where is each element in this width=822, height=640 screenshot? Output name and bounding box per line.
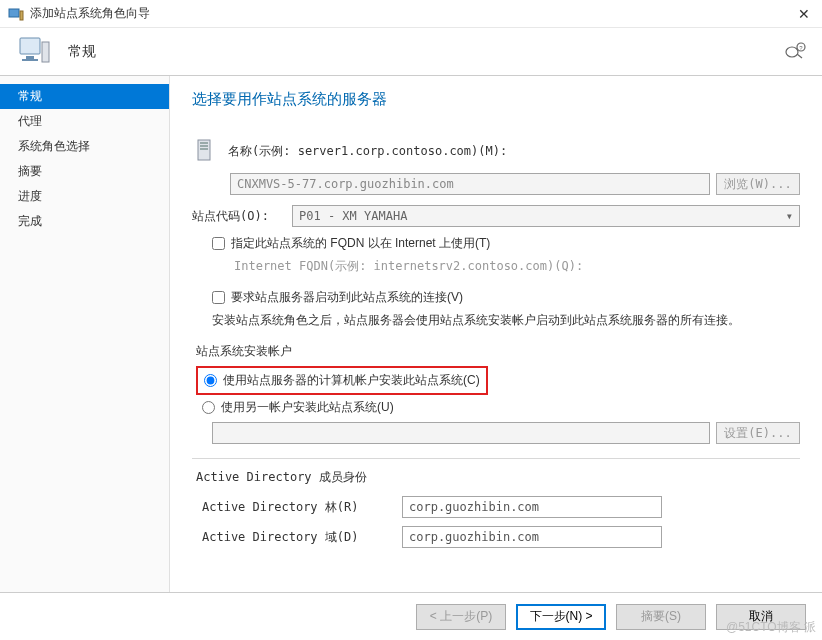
radio-other-label: 使用另一帐户安装此站点系统(U) — [221, 399, 394, 416]
summary-button: 摘要(S) — [616, 604, 706, 630]
site-code-value: P01 - XM YAMAHA — [299, 209, 407, 223]
require-connection-checkbox[interactable] — [212, 291, 225, 304]
svg-rect-3 — [26, 56, 34, 59]
window-title: 添加站点系统角色向导 — [30, 5, 794, 22]
title-bar: 添加站点系统角色向导 ✕ — [0, 0, 822, 28]
section-title: 选择要用作站点系统的服务器 — [192, 90, 800, 109]
server-icon — [16, 34, 52, 70]
svg-rect-4 — [22, 59, 38, 61]
radio-other-account[interactable] — [202, 401, 215, 414]
name-label: 名称(示例: server1.corp.contoso.com)(M): — [228, 143, 507, 160]
header-title: 常规 — [68, 43, 96, 61]
close-icon[interactable]: ✕ — [794, 6, 814, 22]
radio-computer-label: 使用站点服务器的计算机帐户安装此站点系统(C) — [223, 372, 480, 389]
ad-forest-label: Active Directory 林(R) — [202, 499, 402, 516]
fqdn-checkbox-label: 指定此站点系统的 FQDN 以在 Internet 上使用(T) — [231, 235, 490, 252]
browse-button: 浏览(W)... — [716, 173, 800, 195]
sidebar-item-role-select[interactable]: 系统角色选择 — [0, 134, 169, 159]
svg-rect-2 — [20, 38, 40, 54]
ad-forest-input[interactable] — [402, 496, 662, 518]
highlighted-radio-box: 使用站点服务器的计算机帐户安装此站点系统(C) — [196, 366, 488, 395]
prev-button: < 上一步(P) — [416, 604, 506, 630]
sidebar-item-progress[interactable]: 进度 — [0, 184, 169, 209]
wizard-icon — [8, 6, 24, 22]
svg-rect-1 — [20, 11, 23, 20]
svg-point-6 — [786, 47, 798, 57]
svg-rect-11 — [200, 145, 208, 147]
sidebar-item-general[interactable]: 常规 — [0, 84, 169, 109]
next-button[interactable]: 下一步(N) > — [516, 604, 606, 630]
set-account-button: 设置(E)... — [716, 422, 800, 444]
ad-domain-label: Active Directory 域(D) — [202, 529, 402, 546]
server-name-input — [230, 173, 710, 195]
sidebar-item-complete[interactable]: 完成 — [0, 209, 169, 234]
fqdn-placeholder-label: Internet FQDN(示例: internetsrv2.contoso.c… — [234, 258, 800, 275]
svg-rect-0 — [9, 9, 19, 17]
server-small-icon — [192, 137, 220, 165]
main-panel: 选择要用作站点系统的服务器 名称(示例: server1.corp.contos… — [170, 76, 822, 592]
svg-rect-10 — [200, 142, 208, 144]
header: 常规 ? — [0, 28, 822, 76]
ad-domain-input[interactable] — [402, 526, 662, 548]
site-code-dropdown[interactable]: P01 - XM YAMAHA ▾ — [292, 205, 800, 227]
sidebar: 常规 代理 系统角色选择 摘要 进度 完成 — [0, 76, 170, 592]
require-connection-label: 要求站点服务器启动到此站点系统的连接(V) — [231, 289, 463, 306]
radio-computer-account[interactable] — [204, 374, 217, 387]
footer: < 上一步(P) 下一步(N) > 摘要(S) 取消 — [0, 592, 822, 640]
sidebar-item-proxy[interactable]: 代理 — [0, 109, 169, 134]
install-account-title: 站点系统安装帐户 — [196, 343, 800, 360]
help-icon[interactable]: ? — [784, 41, 806, 63]
site-code-label: 站点代码(O): — [192, 208, 292, 225]
divider — [192, 458, 800, 459]
other-account-input — [212, 422, 710, 444]
cancel-button[interactable]: 取消 — [716, 604, 806, 630]
svg-rect-5 — [42, 42, 49, 62]
fqdn-checkbox[interactable] — [212, 237, 225, 250]
require-connection-note: 安装站点系统角色之后，站点服务器会使用站点系统安装帐户启动到此站点系统服务器的所… — [212, 312, 800, 329]
chevron-down-icon: ▾ — [786, 209, 793, 223]
svg-rect-12 — [200, 148, 208, 150]
sidebar-item-summary[interactable]: 摘要 — [0, 159, 169, 184]
ad-section-title: Active Directory 成员身份 — [196, 469, 800, 486]
